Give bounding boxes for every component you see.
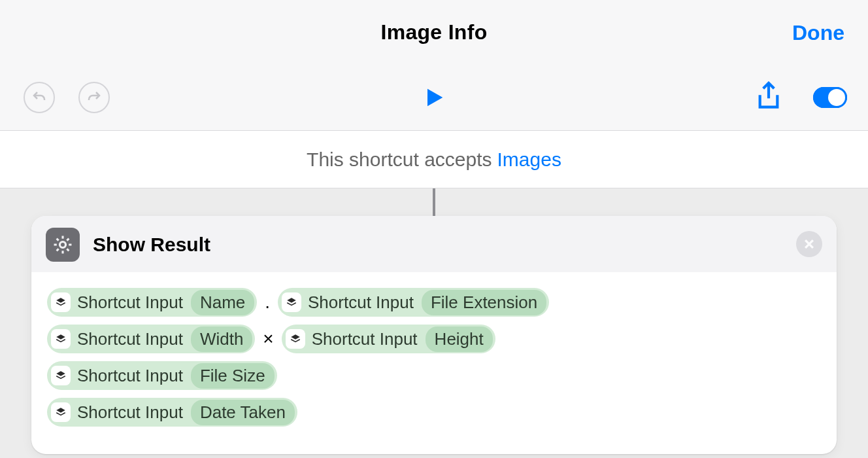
layers-icon <box>51 402 71 422</box>
variable-token[interactable]: Shortcut InputWidth <box>47 325 255 353</box>
accepts-prefix: This shortcut accepts <box>307 149 492 171</box>
accepts-type-link[interactable]: Images <box>497 149 561 171</box>
accepts-bar[interactable]: This shortcut accepts Images <box>0 131 868 188</box>
variable-property: Height <box>426 326 493 352</box>
separator-text: . <box>263 292 271 313</box>
flow-connector <box>433 188 435 216</box>
delete-action-button[interactable] <box>796 231 822 257</box>
variable-name: Shortcut Input <box>77 366 190 386</box>
token-row: Shortcut InputFile Size <box>47 361 821 390</box>
undo-icon <box>31 90 47 105</box>
layers-icon <box>51 366 71 385</box>
variable-token[interactable]: Shortcut InputFile Extension <box>278 288 549 317</box>
variable-name: Shortcut Input <box>77 329 190 349</box>
redo-icon <box>86 90 102 105</box>
header-toolbar <box>0 65 868 131</box>
layers-icon <box>51 292 71 312</box>
editor-canvas: Show Result Shortcut InputName.Shortcut … <box>0 188 868 458</box>
undo-button[interactable] <box>24 82 55 113</box>
done-button[interactable]: Done <box>792 20 844 44</box>
close-icon <box>803 238 816 251</box>
variable-name: Shortcut Input <box>77 402 190 423</box>
variable-token[interactable]: Shortcut InputFile Size <box>47 361 277 390</box>
separator-text: × <box>261 328 275 349</box>
shortcut-title: Image Info <box>380 20 487 44</box>
variable-token[interactable]: Shortcut InputHeight <box>282 325 495 353</box>
action-card-show-result[interactable]: Show Result Shortcut InputName.Shortcut … <box>31 216 837 454</box>
action-title: Show Result <box>93 234 210 256</box>
variable-property: File Size <box>191 363 275 389</box>
variable-name: Shortcut Input <box>77 292 190 313</box>
share-icon <box>756 80 782 112</box>
variable-token[interactable]: Shortcut InputDate Taken <box>47 398 297 427</box>
run-button[interactable] <box>421 84 447 111</box>
variable-property: Date Taken <box>191 400 295 425</box>
token-row: Shortcut InputName.Shortcut InputFile Ex… <box>47 288 821 317</box>
header-title-row: Image Info Done <box>0 0 868 65</box>
share-button[interactable] <box>756 80 782 114</box>
undo-redo-group <box>24 82 110 113</box>
layers-icon <box>286 329 305 349</box>
editor-header: Image Info Done <box>0 0 868 131</box>
variable-name: Shortcut Input <box>308 292 420 313</box>
variable-property: File Extension <box>422 290 546 315</box>
variable-property: Width <box>191 326 252 352</box>
gear-icon <box>46 228 80 262</box>
layers-icon <box>51 329 71 349</box>
variable-name: Shortcut Input <box>312 329 424 349</box>
play-icon <box>421 84 447 111</box>
toggle-knob <box>828 89 845 106</box>
action-body[interactable]: Shortcut InputName.Shortcut InputFile Ex… <box>31 272 837 454</box>
layers-icon <box>282 292 301 312</box>
token-row: Shortcut InputDate Taken <box>47 398 821 427</box>
svg-point-0 <box>59 241 65 247</box>
token-row: Shortcut InputWidth×Shortcut InputHeight <box>47 325 821 353</box>
action-header: Show Result <box>31 216 837 272</box>
settings-toggle[interactable] <box>813 87 847 108</box>
variable-property: Name <box>191 290 254 315</box>
redo-button[interactable] <box>78 82 110 113</box>
variable-token[interactable]: Shortcut InputName <box>47 288 257 317</box>
toolbar-right <box>756 80 847 114</box>
